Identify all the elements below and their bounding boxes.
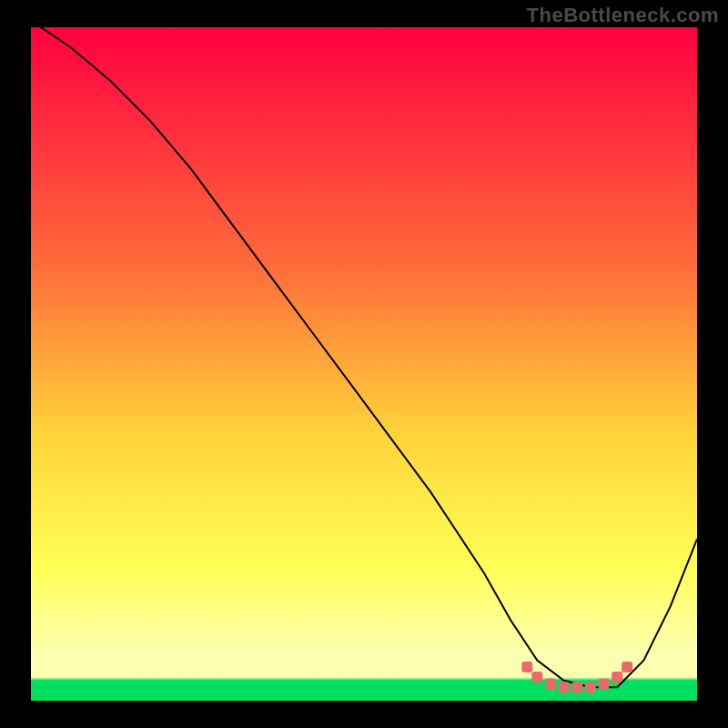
marker-point	[521, 662, 532, 672]
chart-svg	[31, 27, 697, 701]
marker-point	[531, 672, 542, 682]
marker-point	[599, 679, 610, 690]
gradient-rect	[31, 27, 697, 701]
marker-point	[612, 672, 622, 682]
marker-point	[622, 662, 632, 672]
marker-point	[559, 682, 570, 693]
watermark-text: TheBottleneck.com	[527, 4, 719, 27]
chart-frame: TheBottleneck.com	[0, 0, 728, 728]
plot-area	[31, 27, 697, 701]
marker-point	[571, 682, 582, 693]
marker-point	[545, 679, 556, 690]
marker-point	[585, 682, 596, 693]
